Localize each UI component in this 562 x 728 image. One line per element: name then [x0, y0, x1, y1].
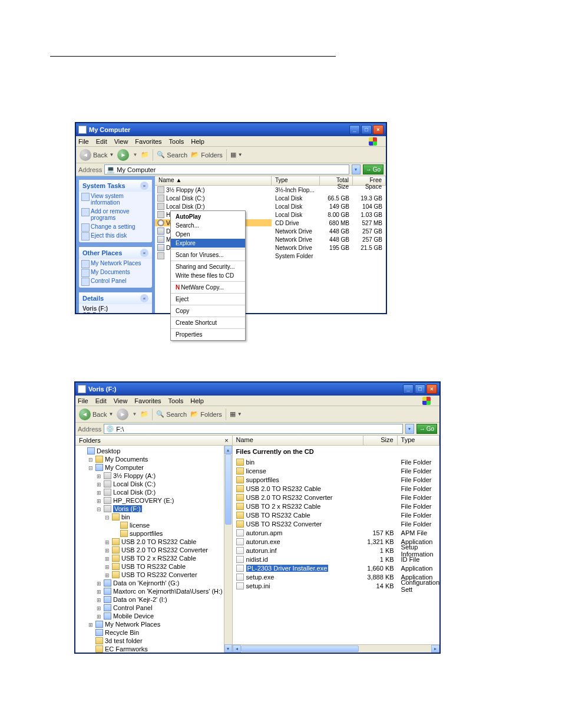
close-pane-button[interactable]: × [224, 437, 228, 444]
scroll-down-arrow[interactable]: ▾ [224, 644, 232, 653]
folders-button[interactable]: 📂Folders [190, 410, 222, 418]
titlebar[interactable]: My Computer _ □ × [76, 123, 386, 136]
scroll-left-arrow[interactable]: ◂ [233, 645, 241, 653]
tree-node[interactable]: Control Panel [78, 604, 232, 612]
tree-node[interactable]: Local Disk (D:) [78, 488, 232, 496]
tree-node[interactable]: USB TO RS232 Cable [78, 562, 232, 571]
up-button[interactable]: 📁 [140, 410, 148, 418]
expand-icon[interactable] [96, 497, 102, 504]
views-button[interactable]: ▦▼ [230, 410, 242, 418]
link-control-panel[interactable]: Control Panel [79, 276, 152, 285]
menu-item-autoplay[interactable]: AutoPlay [171, 212, 245, 221]
menu-item-scan-for-viruses[interactable]: Scan for Viruses... [171, 251, 245, 259]
tree-node[interactable]: 3½ Floppy (A:) [78, 472, 232, 480]
go-button[interactable]: Go [416, 424, 437, 434]
task-view-sys-info[interactable]: View system information [79, 192, 152, 207]
scroll-thumb[interactable] [241, 645, 359, 652]
menu-item-write-these-files-to-cd[interactable]: Write these files to CD [171, 271, 245, 280]
tree-node[interactable]: license [78, 521, 232, 529]
tree-node[interactable]: EC Farmworks [78, 645, 232, 653]
tree-node[interactable]: Data on 'Kejrnorth' (G:) [78, 579, 232, 587]
expand-icon[interactable] [104, 555, 110, 562]
tree-node[interactable]: Maxtorc on 'Kejrnorth\Data\Users' (H:) [78, 587, 232, 595]
menu-file[interactable]: File [78, 397, 88, 404]
go-button[interactable]: Go [363, 164, 384, 174]
expand-icon[interactable] [96, 596, 102, 603]
file-row[interactable]: supportfilesFile Folder [233, 475, 439, 484]
views-button[interactable]: ▦▼ [230, 151, 243, 159]
tree-node[interactable]: Recycle Bin [78, 628, 232, 637]
tree-node[interactable]: My Documents [78, 455, 232, 463]
tree-node[interactable]: Data on 'Kejr-2' (I:) [78, 595, 232, 604]
menu-item-properties[interactable]: Properties [171, 330, 245, 339]
task-eject-disk[interactable]: Eject this disk [79, 231, 152, 240]
expand-icon[interactable] [88, 621, 94, 628]
scroll-right-arrow[interactable]: ▸ [431, 645, 439, 653]
drive-row[interactable]: 3½ Floppy (A:)3½-Inch Flop... [155, 186, 386, 194]
task-add-remove[interactable]: Add or remove programs [79, 207, 152, 222]
menu-edit[interactable]: Edit [95, 397, 107, 404]
maximize-button[interactable]: □ [415, 384, 425, 394]
menu-item-netware-copy[interactable]: NNetWare Copy... [171, 283, 245, 292]
forward-button[interactable]: ► [117, 409, 128, 420]
minimize-button[interactable]: _ [349, 125, 360, 134]
menu-item-sharing-and-security[interactable]: Sharing and Security... [171, 262, 245, 271]
tree-node[interactable]: Local Disk (C:) [78, 480, 232, 488]
menu-item-explore[interactable]: Explore [171, 239, 245, 248]
tree-node[interactable]: USB 2.0 TO RS232 Converter [78, 546, 232, 554]
tree-node[interactable]: Mobile Device [78, 612, 232, 620]
tree-node[interactable]: USB 2.0 TO RS232 Cable [78, 538, 232, 546]
address-field[interactable]: 💿F:\ [104, 424, 402, 434]
task-change-setting[interactable]: Change a setting [79, 222, 152, 231]
drive-row[interactable]: Local Disk (D:)Local Disk149 GB104 GB [155, 202, 386, 210]
search-button[interactable]: 🔍Search [157, 151, 187, 159]
menu-help[interactable]: Help [191, 138, 204, 145]
menu-favorites[interactable]: Favorites [135, 138, 161, 145]
expand-icon[interactable] [96, 612, 102, 620]
file-row[interactable]: setup.ini14 KBConfiguration Sett [233, 581, 439, 590]
file-row[interactable]: autorun.apm157 KBAPM File [233, 528, 439, 537]
drive-row[interactable]: Local Disk (C:)Local Disk66.5 GB19.3 GB [155, 194, 386, 202]
col-name[interactable]: Name ▲ [155, 176, 272, 185]
menu-item-eject[interactable]: Eject [171, 295, 245, 304]
address-dropdown[interactable]: ▾ [352, 164, 361, 174]
collapse-icon[interactable] [104, 513, 110, 521]
file-row[interactable]: USB TO RS232 ConverterFile Folder [233, 519, 439, 528]
forward-button[interactable]: ► [117, 149, 129, 161]
maximize-button[interactable]: □ [361, 125, 372, 134]
file-row[interactable]: USB TO 2 x RS232 CableFile Folder [233, 502, 439, 510]
expand-icon[interactable] [96, 604, 102, 611]
menu-tools[interactable]: Tools [168, 397, 184, 404]
menu-item-create-shortcut[interactable]: Create Shortcut [171, 318, 245, 327]
tree-node[interactable]: Voris (F:) [78, 505, 232, 513]
menu-view[interactable]: View [114, 138, 128, 145]
tree-node[interactable]: USB TO RS232 Converter [78, 571, 232, 579]
menu-item-search[interactable]: Search... [171, 221, 245, 230]
collapse-icon[interactable] [96, 505, 102, 512]
file-row[interactable]: binFile Folder [233, 457, 439, 466]
col-total-size[interactable]: Total Size [320, 176, 353, 185]
menu-view[interactable]: View [114, 397, 128, 404]
expand-icon[interactable] [96, 472, 102, 479]
tree-node[interactable]: 3d test folder [78, 637, 232, 645]
expand-icon[interactable] [104, 563, 110, 570]
chevron-up-icon[interactable]: « [140, 249, 148, 257]
expand-icon[interactable] [104, 546, 110, 554]
expand-icon[interactable] [96, 489, 102, 496]
col-name[interactable]: Name [233, 436, 363, 445]
back-button[interactable]: ◄Back▼ [79, 409, 113, 420]
folders-button[interactable]: 📂Folders [191, 151, 223, 159]
up-button[interactable]: 📁 [141, 151, 149, 159]
menu-favorites[interactable]: Favorites [134, 397, 161, 404]
collapse-icon[interactable] [88, 456, 94, 463]
menu-tools[interactable]: Tools [169, 138, 184, 145]
expand-icon[interactable] [104, 538, 110, 545]
col-free-space[interactable]: Free Space [353, 176, 386, 185]
menu-file[interactable]: File [78, 138, 89, 145]
titlebar[interactable]: Voris (F:) _ □ × [75, 383, 439, 396]
file-row[interactable]: autorun.inf1 KBSetup Information [233, 546, 439, 555]
close-button[interactable]: × [427, 384, 437, 394]
col-type[interactable]: Type [272, 176, 320, 185]
scroll-thumb[interactable] [225, 454, 232, 525]
tree-node[interactable]: My Computer [78, 463, 232, 472]
